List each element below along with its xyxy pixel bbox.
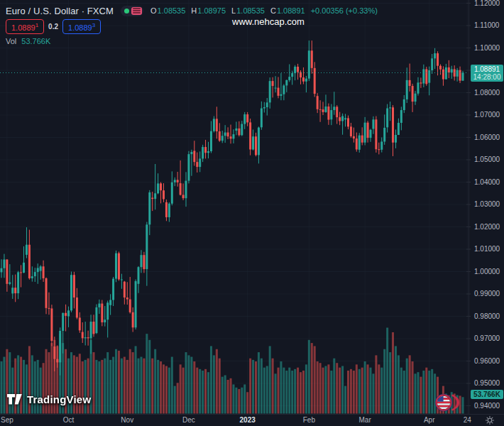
sell-bid-button[interactable]: 1.08891 [6,19,44,34]
price-axis[interactable]: 1.120001.110001.100001.090001.080001.070… [469,0,504,414]
last-price-value: 1.08891 [471,65,503,73]
ohlc-readout: O1.08535 H1.08975 L1.08535 C1.08891 +0.0… [150,6,378,15]
chart-legend: Euro / U.S. Dollar · FXCM O1.08535 H1.08… [6,4,378,45]
tradingview-logo-icon [7,394,22,405]
candles-layer [1,40,464,376]
buy-ask-button[interactable]: 1.08893 [62,19,101,34]
price-axis-label: 1.05000 [474,155,500,164]
grid-layer [0,0,471,414]
time-axis-label: Dec [182,416,195,424]
last-price-label: 1.08891 14:28:00 [471,65,503,82]
high-value: 1.08975 [197,6,226,15]
candlestick-chart-canvas[interactable] [0,0,504,426]
axis-volume-label: 53.766K [471,390,503,399]
tradingview-logo-text: TradingView [27,393,91,405]
high-label: H [191,6,197,15]
tradingview-chart-window: Euro / U.S. Dollar · FXCM O1.08535 H1.08… [0,0,504,426]
price-axis-label: 1.00000 [474,268,500,276]
price-axis-label: 0.97000 [474,334,500,343]
price-axis-label: 1.12000 [474,0,500,8]
time-axis[interactable]: SepOctNovDec2023FebMarApr24 [0,414,504,426]
price-axis-label: 1.06000 [474,133,500,142]
price-axis-label: 1.11000 [474,21,499,30]
low-value: 1.08535 [236,6,265,15]
symbol-title[interactable]: Euro / U.S. Dollar · FXCM [6,6,114,16]
price-axis-label: 1.03000 [474,200,500,209]
time-axis-label: Oct [63,416,75,424]
price-axis-label: 1.04000 [474,178,500,187]
price-axis-label: 0.94000 [474,402,500,410]
time-axis-label: Apr [424,416,435,424]
time-axis-label: Mar [358,416,371,424]
bar-countdown: 14:28:00 [471,73,503,81]
bid-pipette: 1 [35,22,38,28]
market-open-dot-icon [124,9,129,13]
time-axis-label: 2023 [240,416,256,424]
open-label: O [150,6,157,15]
time-axis-label: Nov [121,416,133,424]
tradingview-logo[interactable]: TradingView [7,393,91,405]
ask-pipette: 3 [92,22,95,28]
time-axis-label: Sep [1,416,13,424]
price-axis-label: 0.99000 [474,290,500,298]
close-label: C [270,6,276,15]
bid-price: 1.0889 [11,23,35,32]
volume-indicator-value: 53.766K [21,37,50,45]
ask-price: 1.0889 [68,23,92,32]
change-value: +0.00356 (+0.33%) [311,6,378,15]
price-axis-label: 1.01000 [474,245,500,253]
time-axis-label: 24 [464,416,471,424]
volume-indicator-label[interactable]: Vol [6,37,16,45]
price-axis-label: 0.96000 [474,357,500,366]
time-axis-label: Feb [303,416,315,424]
close-value: 1.08891 [277,6,305,15]
flag-menu-icon [131,7,142,15]
price-axis-label: 1.10000 [474,44,500,53]
us-flag-event-icon[interactable] [434,393,462,413]
axis-settings-gear-icon[interactable] [485,415,495,425]
price-axis-label: 1.08000 [474,89,500,97]
price-axis-label: 1.02000 [474,223,500,231]
open-value: 1.08535 [158,6,186,15]
price-axis-label: 0.98000 [474,312,500,321]
price-axis-label: 1.07000 [474,111,500,119]
low-label: L [231,6,236,15]
price-axis-label: 0.95000 [474,379,500,388]
spread-value: 0.2 [48,23,58,31]
market-status-toggle[interactable] [121,6,143,16]
